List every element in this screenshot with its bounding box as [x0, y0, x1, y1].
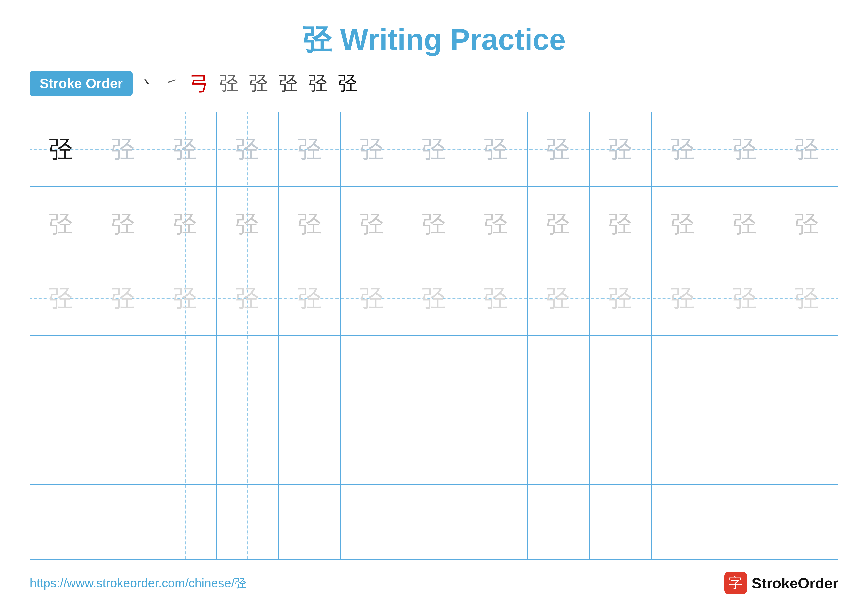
grid-cell-3-11: 弪 [652, 261, 714, 335]
grid-row-1: 弪 弪 弪 弪 弪 弪 弪 弪 弪 弪 弪 弪 弪 [30, 112, 838, 187]
grid-cell-6-3[interactable] [154, 485, 217, 559]
grid-cell-1-5: 弪 [279, 112, 341, 186]
grid-cell-6-8[interactable] [465, 485, 527, 559]
grid-cell-4-6[interactable] [341, 336, 403, 410]
stroke-6: 弪 [279, 70, 298, 97]
grid-cell-5-11[interactable] [652, 410, 714, 485]
grid-cell-5-3[interactable] [154, 410, 217, 485]
grid-cell-1-10: 弪 [590, 112, 652, 186]
grid-cell-3-1: 弪 [30, 261, 92, 335]
grid-cell-2-9: 弪 [527, 187, 590, 261]
grid-cell-2-5: 弪 [279, 187, 341, 261]
footer-url: https://www.strokeorder.com/chinese/弪 [30, 575, 247, 591]
grid-cell-6-1[interactable] [30, 485, 92, 559]
grid-cell-4-13[interactable] [776, 336, 838, 410]
grid-cell-2-7: 弪 [403, 187, 465, 261]
grid-cell-2-1: 弪 [30, 187, 92, 261]
grid-cell-1-9: 弪 [527, 112, 590, 186]
char-dark: 弪 [49, 137, 73, 162]
grid-cell-4-11[interactable] [652, 336, 714, 410]
grid-cell-3-12: 弪 [714, 261, 776, 335]
grid-cell-6-11[interactable] [652, 485, 714, 559]
footer: https://www.strokeorder.com/chinese/弪 字 … [30, 572, 838, 594]
grid-cell-6-4[interactable] [217, 485, 279, 559]
grid-cell-5-10[interactable] [590, 410, 652, 485]
grid-cell-6-2[interactable] [92, 485, 154, 559]
grid-cell-4-10[interactable] [590, 336, 652, 410]
grid-cell-2-11: 弪 [652, 187, 714, 261]
grid-cell-3-9: 弪 [527, 261, 590, 335]
grid-cell-3-5: 弪 [279, 261, 341, 335]
stroke-order-badge: Stroke Order [30, 71, 133, 96]
strokeorder-logo-icon: 字 [724, 572, 747, 594]
grid-cell-4-4[interactable] [217, 336, 279, 410]
grid-cell-6-7[interactable] [403, 485, 465, 559]
grid-row-6 [30, 485, 838, 559]
stroke-8: 弪 [338, 70, 358, 97]
grid-cell-6-12[interactable] [714, 485, 776, 559]
footer-logo-text: StrokeOrder [752, 575, 838, 592]
stroke-2: ㇀ [165, 73, 180, 93]
grid-cell-5-2[interactable] [92, 410, 154, 485]
grid-cell-5-6[interactable] [341, 410, 403, 485]
grid-cell-2-10: 弪 [590, 187, 652, 261]
grid-cell-5-12[interactable] [714, 410, 776, 485]
grid-cell-2-6: 弪 [341, 187, 403, 261]
grid-cell-5-4[interactable] [217, 410, 279, 485]
grid-cell-5-1[interactable] [30, 410, 92, 485]
grid-cell-2-13: 弪 [776, 187, 838, 261]
grid-cell-5-7[interactable] [403, 410, 465, 485]
grid-cell-4-12[interactable] [714, 336, 776, 410]
grid-row-4 [30, 336, 838, 410]
grid-cell-4-9[interactable] [527, 336, 590, 410]
grid-cell-3-13: 弪 [776, 261, 838, 335]
grid-cell-1-8: 弪 [465, 112, 527, 186]
grid-cell-6-10[interactable] [590, 485, 652, 559]
grid-cell-3-8: 弪 [465, 261, 527, 335]
grid-cell-5-5[interactable] [279, 410, 341, 485]
grid-cell-1-7: 弪 [403, 112, 465, 186]
grid-cell-4-8[interactable] [465, 336, 527, 410]
grid-cell-1-13: 弪 [776, 112, 838, 186]
stroke-1: 丶 [140, 73, 155, 93]
page-title: 弪 Writing Practice [302, 20, 566, 60]
grid-cell-3-4: 弪 [217, 261, 279, 335]
grid-cell-5-13[interactable] [776, 410, 838, 485]
stroke-order-row: Stroke Order 丶 ㇀ 弓 弪 弪 弪 弪 弪 [30, 70, 838, 97]
grid-cell-6-13[interactable] [776, 485, 838, 559]
grid-cell-4-1[interactable] [30, 336, 92, 410]
grid-row-5 [30, 410, 838, 485]
grid-cell-2-3: 弪 [154, 187, 217, 261]
practice-grid: 弪 弪 弪 弪 弪 弪 弪 弪 弪 弪 弪 弪 弪 弪 弪 弪 弪 弪 弪 弪 … [30, 112, 838, 560]
grid-cell-1-11: 弪 [652, 112, 714, 186]
grid-cell-1-3: 弪 [154, 112, 217, 186]
grid-cell-2-8: 弪 [465, 187, 527, 261]
grid-cell-1-4: 弪 [217, 112, 279, 186]
grid-cell-4-2[interactable] [92, 336, 154, 410]
grid-cell-1-12: 弪 [714, 112, 776, 186]
stroke-4: 弪 [219, 70, 239, 97]
grid-cell-6-6[interactable] [341, 485, 403, 559]
stroke-3: 弓 [189, 70, 209, 97]
grid-cell-4-7[interactable] [403, 336, 465, 410]
grid-cell-5-9[interactable] [527, 410, 590, 485]
stroke-sequence: 丶 ㇀ 弓 弪 弪 弪 弪 弪 [140, 70, 358, 97]
grid-row-3: 弪 弪 弪 弪 弪 弪 弪 弪 弪 弪 弪 弪 弪 [30, 261, 838, 336]
grid-cell-4-3[interactable] [154, 336, 217, 410]
grid-cell-5-8[interactable] [465, 410, 527, 485]
grid-cell-3-10: 弪 [590, 261, 652, 335]
grid-cell-2-4: 弪 [217, 187, 279, 261]
footer-logo: 字 StrokeOrder [724, 572, 838, 594]
grid-cell-3-6: 弪 [341, 261, 403, 335]
grid-cell-1-6: 弪 [341, 112, 403, 186]
stroke-7: 弪 [308, 70, 328, 97]
grid-cell-1-2: 弪 [92, 112, 154, 186]
grid-cell-6-9[interactable] [527, 485, 590, 559]
grid-cell-3-3: 弪 [154, 261, 217, 335]
grid-cell-4-5[interactable] [279, 336, 341, 410]
grid-cell-2-12: 弪 [714, 187, 776, 261]
grid-row-2: 弪 弪 弪 弪 弪 弪 弪 弪 弪 弪 弪 弪 弪 [30, 187, 838, 261]
grid-cell-3-7: 弪 [403, 261, 465, 335]
grid-cell-6-5[interactable] [279, 485, 341, 559]
stroke-5: 弪 [249, 70, 269, 97]
